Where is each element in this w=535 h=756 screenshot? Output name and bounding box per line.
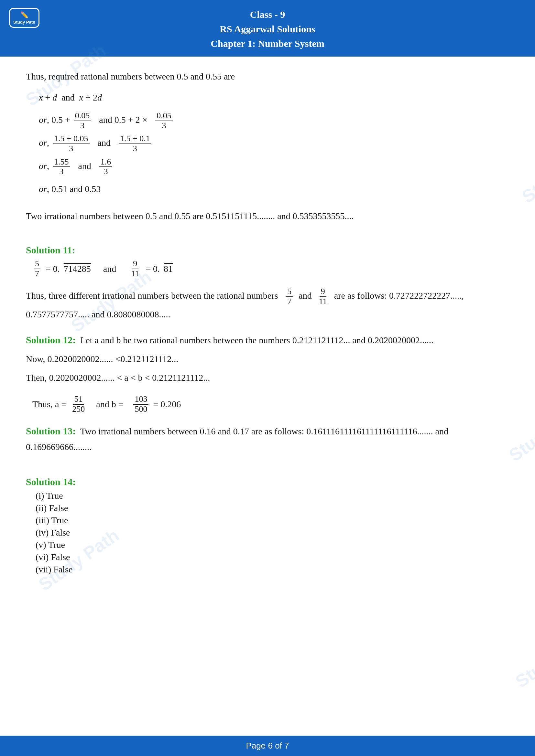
- main-content: Thus, required rational numbers between …: [0, 57, 535, 596]
- intro-text: Thus, required rational numbers between …: [26, 69, 509, 84]
- solution-13-heading: Solution 13:: [26, 426, 76, 436]
- or3-and: and: [78, 161, 91, 171]
- header-line1: Class - 9: [0, 7, 535, 22]
- or3-prefix: or,: [39, 161, 49, 171]
- sol11-and: and: [103, 259, 116, 279]
- header-line3: Chapter 1: Number System: [0, 36, 535, 51]
- list-item: (v) True: [36, 540, 509, 550]
- sol12-frac-b: 103 500: [133, 395, 149, 414]
- sol11-overline2: 81: [164, 259, 173, 279]
- or2-and: and: [98, 138, 111, 148]
- or1-fraction1: 0.05 3: [74, 111, 91, 130]
- sol11-overline1: 714285: [64, 259, 91, 279]
- footer-text: Page 6 of 7: [246, 741, 289, 750]
- page-footer: Page 6 of 7: [0, 736, 535, 756]
- sol11-frac2: 9 11: [130, 259, 140, 278]
- sol14-list: (i) True(ii) False(iii) True(iv) False(v…: [26, 491, 509, 575]
- irrational-text: Two irrational numbers between 0.5 and 0…: [26, 208, 509, 224]
- header-line2: RS Aggarwal Solutions: [0, 22, 535, 36]
- sol11-equation: 5 7 = 0.714285 and 9 11 = 0.81: [32, 259, 509, 279]
- sol11-eq2: = 0.: [146, 259, 160, 279]
- sol12-text3: Then, 0.2020020002...... < a < b < 0.212…: [26, 370, 509, 386]
- or3-fraction1: 1.55 3: [53, 157, 70, 176]
- sol12-text1: Let a and b be two rational numbers betw…: [80, 335, 434, 345]
- list-item: (i) True: [36, 491, 509, 501]
- or3-line: or, 1.55 3 and 1.6 3: [39, 156, 509, 176]
- or2-line: or, 1.5 + 0.05 3 and 1.5 + 0.1 3: [39, 133, 509, 153]
- sol11-text: Thus, three different irrational numbers…: [26, 287, 509, 323]
- sol12-text: Solution 12: Let a and b be two rational…: [26, 332, 509, 348]
- header-title: Class - 9 RS Aggarwal Solutions Chapter …: [0, 7, 535, 51]
- solution-11-heading: Solution 11:: [26, 245, 509, 256]
- list-item: (iii) True: [36, 515, 509, 526]
- list-item: (vi) False: [36, 552, 509, 562]
- xd-and: and: [62, 93, 74, 102]
- sol11-frac3: 5 7: [286, 287, 293, 306]
- list-item: (iv) False: [36, 527, 509, 538]
- sol12-thus-line: Thus, a = 51 250 and b = 103 500 = 0.206: [32, 394, 509, 414]
- page-header: ✏️ Study Path Class - 9 RS Aggarwal Solu…: [0, 0, 535, 57]
- sol11-frac4: 9 11: [318, 287, 328, 306]
- sol13-text: Solution 13: Two irrational numbers betw…: [26, 423, 509, 455]
- logo: ✏️ Study Path: [7, 3, 42, 32]
- sol12-and-b: and b =: [96, 394, 123, 414]
- solution-14-heading: Solution 14:: [26, 476, 509, 487]
- or1-fraction2: 0.05 3: [155, 111, 173, 130]
- or1-line: or, 0.5 + 0.05 3 and 0.5 + 2 × 0.05 3: [39, 110, 509, 130]
- sol11-text2: and: [298, 291, 312, 301]
- or2-fraction1: 1.5 + 0.05 3: [53, 134, 90, 153]
- solution-12-heading: Solution 12:: [26, 335, 76, 345]
- sol12-text2: Now, 0.2020020002...... <0.2121121112...: [26, 351, 509, 367]
- list-item: (ii) False: [36, 503, 509, 513]
- sol12-b-eq: = 0.206: [153, 394, 181, 414]
- or2-prefix: or,: [39, 138, 49, 148]
- logo-text: Study Path: [13, 20, 35, 25]
- or4-line: or, 0.51 and 0.53: [39, 179, 509, 199]
- or4-text: or, 0.51 and 0.53: [39, 184, 100, 194]
- list-item: (vii) False: [36, 564, 509, 575]
- sol12-frac-a: 51 250: [71, 395, 86, 414]
- xd-expression: x: [39, 93, 43, 102]
- xd-line: x + d and x + 2d: [39, 88, 509, 108]
- sol11-frac1: 5 7: [34, 259, 41, 278]
- or1-and: and 0.5 + 2 ×: [99, 115, 147, 125]
- or3-fraction2: 1.6 3: [99, 157, 113, 176]
- sol11-eq1: = 0.: [45, 259, 60, 279]
- sol12-thus: Thus, a =: [32, 394, 66, 414]
- or2-fraction2: 1.5 + 0.1 3: [119, 134, 152, 153]
- or1-prefix: or, 0.5 +: [39, 115, 70, 125]
- sol13-body: Two irrational numbers between 0.16 and …: [26, 426, 448, 452]
- sol11-text1: Thus, three different irrational numbers…: [26, 291, 278, 301]
